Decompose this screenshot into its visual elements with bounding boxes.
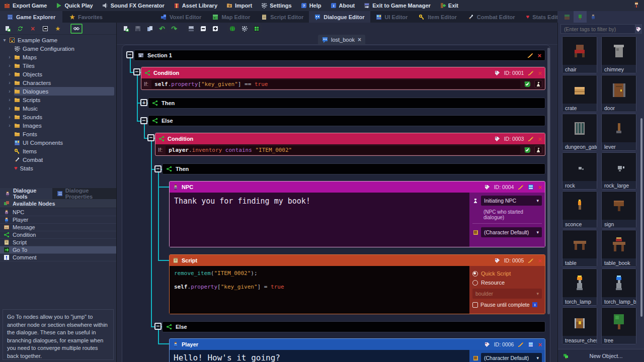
refresh-button[interactable] — [15, 24, 25, 33]
add-file-button[interactable] — [3, 24, 13, 33]
chevron-right-icon[interactable]: › — [8, 71, 12, 77]
asset-card-table_book[interactable]: table_book — [601, 230, 636, 267]
sidebar-item-fonts[interactable]: Fonts — [0, 130, 116, 138]
node-type-message[interactable]: Message — [0, 224, 116, 231]
asset-card-treasure_ches[interactable]: treasure_ches — [562, 307, 597, 344]
new-file-button[interactable] — [121, 24, 131, 33]
else-node-1[interactable]: Else — [148, 115, 545, 126]
else-node-2[interactable]: Else — [162, 321, 545, 332]
menu-item-exit-to-game-manager[interactable]: Exit to Game Manager — [364, 3, 431, 9]
undo-button[interactable]: ↶ — [157, 24, 167, 33]
node-type-npc[interactable]: NPC — [0, 209, 116, 216]
asset-card-door[interactable]: door — [601, 75, 636, 112]
delete-icon[interactable]: × — [537, 52, 541, 59]
tab-dialogue-tools[interactable]: Dialogue Tools — [0, 188, 52, 199]
sidebar-item-maps[interactable]: ›Maps — [0, 53, 116, 61]
new-object-button[interactable]: New Object... — [558, 349, 644, 362]
media-icon[interactable] — [528, 184, 534, 190]
nodes-tool-button[interactable] — [186, 24, 196, 33]
validate-button[interactable] — [523, 146, 531, 154]
plus-box-button[interactable] — [210, 24, 220, 33]
sidebar-item-images[interactable]: ›Images — [0, 121, 116, 130]
delete-icon[interactable]: × — [538, 341, 542, 348]
chevron-down-icon[interactable]: ▾ — [3, 37, 7, 43]
resource-radio[interactable]: Resource — [472, 278, 542, 287]
asset-card-lever[interactable]: lever — [601, 114, 636, 151]
condition-header[interactable]: Condition ID: 0001 × — [141, 67, 545, 78]
tab-combat-editor[interactable]: Combat Editor — [462, 11, 521, 23]
asset-tab-characters[interactable] — [587, 11, 600, 23]
node-type-script[interactable]: Script — [0, 239, 116, 246]
delete-icon[interactable]: × — [538, 136, 542, 142]
asset-card-rock_large[interactable]: rock_large — [601, 152, 636, 190]
speaker-dropdown[interactable]: Initiating NPC ▾ — [481, 196, 542, 206]
sidebar-item-ui-components[interactable]: UI Components — [0, 138, 116, 147]
sidebar-item-dialogues[interactable]: ›Dialogues — [0, 87, 116, 96]
menu-item-quick-play[interactable]: Quick Play — [56, 3, 93, 9]
copy-button[interactable] — [145, 24, 155, 33]
asset-card-rock[interactable]: rock — [562, 152, 597, 190]
asset-tab-tiles[interactable] — [560, 11, 574, 23]
tab-item-editor[interactable]: Item Editor — [413, 11, 462, 23]
chevron-right-icon[interactable]: › — [8, 63, 12, 68]
asset-tab-objects[interactable] — [574, 11, 587, 23]
canvas-scrollbar[interactable] — [547, 48, 550, 314]
settings-button[interactable] — [239, 24, 250, 33]
collapse-toggle-section[interactable]: − — [126, 51, 133, 58]
sidebar-item-music[interactable]: ›Music — [0, 104, 116, 113]
link-button[interactable] — [70, 24, 83, 34]
chevron-right-icon[interactable]: › — [8, 54, 12, 60]
sidebar-item-sounds[interactable]: ›Sounds — [0, 113, 116, 121]
asset-card-crate[interactable]: crate — [562, 75, 597, 112]
delete-icon[interactable]: × — [538, 184, 542, 191]
then-node-2[interactable]: Then — [162, 163, 545, 174]
node-type-player[interactable]: Player — [0, 216, 116, 224]
collapse-tool-button[interactable] — [40, 24, 50, 33]
delete-button[interactable]: × — [28, 24, 38, 33]
tab-game-explorer[interactable]: Game Explorer — [0, 11, 62, 23]
chevron-right-icon[interactable]: › — [8, 80, 12, 85]
collapse-toggle-else-2[interactable]: − — [154, 323, 162, 330]
player-header[interactable]: Player ID: 0006 × — [170, 339, 545, 350]
chevron-right-icon[interactable]: › — [8, 97, 12, 103]
collapse-toggle-then-2[interactable]: − — [154, 165, 162, 172]
portrait-dropdown[interactable]: (Character Default) ▾ — [481, 227, 542, 237]
asset-card-chair[interactable]: chair — [562, 36, 597, 73]
sidebar-item-items[interactable]: Items — [0, 147, 116, 155]
star-button[interactable]: ★ — [53, 24, 63, 33]
tab-dialogue-properties[interactable]: Dialogue Properties — [52, 188, 116, 199]
npc-node[interactable]: NPC ID: 0004 × Thank you for finding my … — [169, 181, 545, 247]
assets-scrollbar[interactable] — [640, 118, 642, 317]
grid-button[interactable] — [252, 24, 262, 33]
edit-icon[interactable] — [528, 136, 534, 142]
sidebar-item-combat[interactable]: Combat — [0, 155, 116, 164]
section-node[interactable]: Section 1 × — [134, 50, 545, 61]
sidebar-item-characters[interactable]: ›Characters — [0, 78, 116, 87]
tab-voxel-editor[interactable]: Voxel Editor — [155, 11, 207, 23]
chevron-right-icon[interactable]: › — [8, 88, 12, 94]
script-header[interactable]: Script ID: 0005 × — [170, 255, 545, 266]
menu-item-exit[interactable]: Exit — [440, 3, 458, 9]
delete-icon[interactable]: × — [538, 257, 542, 264]
collapse-toggle-condition-2[interactable]: − — [147, 134, 154, 141]
tag-filter-button[interactable] — [635, 24, 642, 34]
asset-card-tree[interactable]: tree — [601, 307, 636, 344]
tag-filter-input[interactable] — [560, 24, 635, 34]
save-button[interactable] — [133, 24, 143, 33]
script-node[interactable]: Script ID: 0005 × remove_item("ITEM_0002… — [169, 254, 545, 314]
close-tab-icon[interactable]: × — [358, 37, 361, 43]
tab-dialogue-editor[interactable]: Dialogue Editor — [309, 11, 370, 23]
tab-script-editor[interactable]: Script Editor — [256, 11, 309, 23]
sidebar-item-stats[interactable]: ♥Stats — [0, 164, 116, 172]
edit-icon[interactable] — [518, 341, 524, 347]
dialogue-canvas[interactable]: ↶↷ lost_book × −−+−−−− Section 1 × Condi… — [117, 23, 557, 362]
edit-icon[interactable] — [527, 52, 533, 58]
node-type-condition[interactable]: Condition — [0, 231, 116, 239]
player-dialogue-text[interactable]: Hello! How's it going? — [170, 350, 469, 362]
sidebar-item-tiles[interactable]: ›Tiles — [0, 61, 116, 70]
condition-expression[interactable]: player.inventory contains "ITEM_0002" — [166, 146, 520, 154]
menu-item-help[interactable]: ?Help — [301, 3, 321, 9]
dialogue-tab-lost-book[interactable]: lost_book × — [318, 35, 365, 45]
collapse-toggle-condition-1[interactable]: − — [133, 68, 140, 75]
asset-card-sign[interactable]: sign — [601, 191, 636, 228]
